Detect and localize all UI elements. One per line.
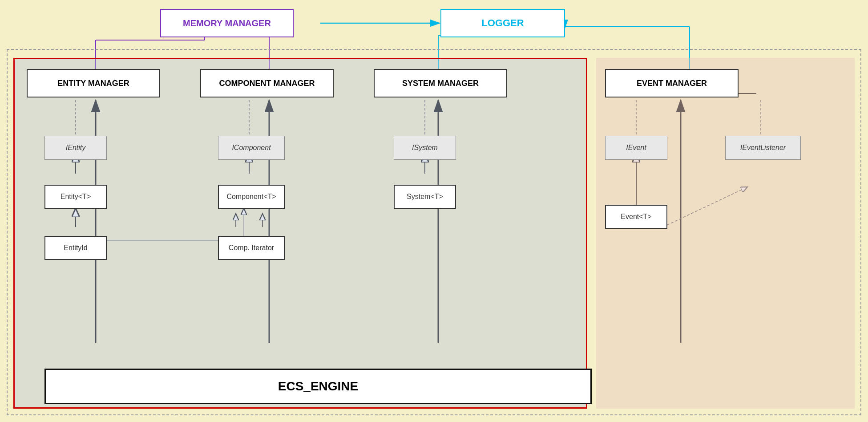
system-manager-box: SYSTEM MANAGER [374, 69, 507, 97]
ieventlistener-label: IEventListener [740, 144, 786, 152]
ecs-engine-label: ECS_ENGINE [278, 379, 359, 394]
ientity-label: IEntity [66, 144, 85, 152]
comp-iterator-label: Comp. Iterator [229, 244, 274, 252]
event-area [596, 58, 855, 409]
event-manager-box: EVENT MANAGER [605, 69, 739, 97]
entityid-label: EntityId [64, 244, 87, 252]
entity-t-label: Entity<T> [61, 193, 91, 201]
ecs-engine-box: ECS_ENGINE [44, 369, 592, 404]
system-t-label: System<T> [407, 193, 443, 201]
isystem-label: ISystem [412, 144, 438, 152]
event-manager-label: EVENT MANAGER [637, 79, 707, 88]
entityid-box: EntityId [44, 236, 107, 260]
isystem-box: ISystem [394, 136, 456, 160]
system-t-box: System<T> [394, 185, 456, 209]
ievent-label: IEvent [626, 144, 646, 152]
system-manager-label: SYSTEM MANAGER [402, 79, 479, 88]
logger-label: LOGGER [481, 17, 524, 29]
ecs-core-area [13, 58, 587, 409]
event-t-label: Event<T> [621, 213, 651, 221]
icomponent-label: IComponent [232, 144, 270, 152]
component-manager-label: COMPONENT MANAGER [219, 79, 315, 88]
icomponent-box: IComponent [218, 136, 285, 160]
ievent-box: IEvent [605, 136, 667, 160]
logger-box: LOGGER [440, 9, 565, 37]
comp-iterator-box: Comp. Iterator [218, 236, 285, 260]
ientity-box: IEntity [44, 136, 107, 160]
entity-t-box: Entity<T> [44, 185, 107, 209]
component-manager-box: COMPONENT MANAGER [200, 69, 334, 97]
component-t-label: Component<T> [226, 193, 276, 201]
memory-manager-label: MEMORY MANAGER [183, 18, 271, 28]
component-t-box: Component<T> [218, 185, 285, 209]
entity-manager-box: ENTITY MANAGER [27, 69, 160, 97]
memory-manager-box: MEMORY MANAGER [160, 9, 294, 37]
ieventlistener-box: IEventListener [725, 136, 801, 160]
diagram-container: MEMORY MANAGER LOGGER ENTITY MANAGER COM… [0, 0, 868, 422]
entity-manager-label: ENTITY MANAGER [57, 79, 129, 88]
event-t-box: Event<T> [605, 205, 667, 229]
